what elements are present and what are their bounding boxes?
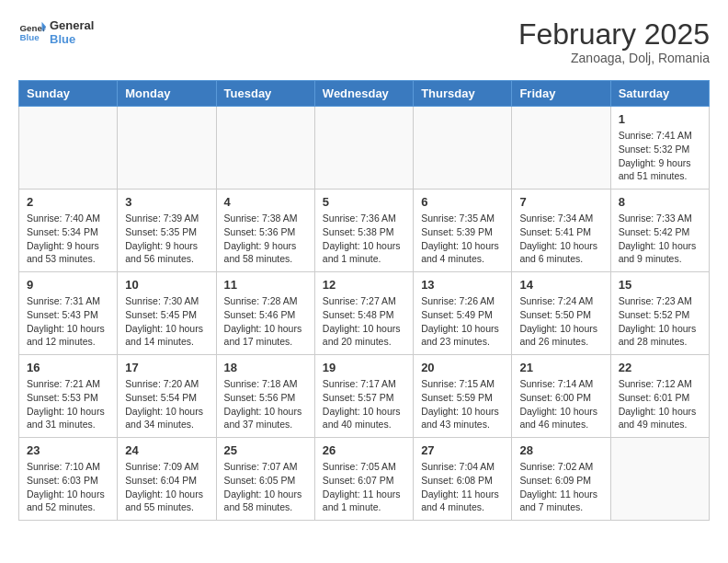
day-info: Sunrise: 7:30 AM Sunset: 5:45 PM Dayligh… — [125, 294, 208, 349]
calendar-cell: 6Sunrise: 7:35 AM Sunset: 5:39 PM Daylig… — [414, 190, 512, 272]
week-row-5: 23Sunrise: 7:10 AM Sunset: 6:03 PM Dayli… — [19, 438, 710, 521]
location-subtitle: Zanoaga, Dolj, Romania — [518, 51, 710, 65]
day-number: 10 — [125, 278, 208, 292]
day-number: 28 — [519, 443, 602, 457]
day-number: 9 — [27, 278, 109, 292]
day-number: 5 — [323, 195, 405, 209]
day-number: 2 — [27, 195, 109, 209]
calendar-cell: 11Sunrise: 7:28 AM Sunset: 5:46 PM Dayli… — [216, 272, 314, 355]
title-block: February 2025 Zanoaga, Dolj, Romania — [518, 18, 710, 65]
calendar-cell — [314, 107, 413, 190]
day-number: 12 — [323, 278, 405, 292]
day-info: Sunrise: 7:02 AM Sunset: 6:09 PM Dayligh… — [519, 460, 602, 514]
day-info: Sunrise: 7:27 AM Sunset: 5:48 PM Dayligh… — [323, 294, 405, 349]
day-number: 8 — [619, 195, 701, 209]
day-info: Sunrise: 7:09 AM Sunset: 6:04 PM Dayligh… — [125, 460, 208, 514]
calendar-cell: 16Sunrise: 7:21 AM Sunset: 5:53 PM Dayli… — [19, 355, 118, 438]
day-info: Sunrise: 7:23 AM Sunset: 5:52 PM Dayligh… — [619, 294, 701, 349]
day-info: Sunrise: 7:21 AM Sunset: 5:53 PM Dayligh… — [27, 377, 109, 431]
day-info: Sunrise: 7:04 AM Sunset: 6:08 PM Dayligh… — [421, 460, 504, 514]
day-info: Sunrise: 7:28 AM Sunset: 5:46 PM Dayligh… — [224, 294, 307, 349]
calendar-cell — [118, 107, 216, 190]
day-info: Sunrise: 7:07 AM Sunset: 6:05 PM Dayligh… — [224, 460, 307, 514]
day-number: 6 — [421, 195, 504, 209]
calendar-cell: 26Sunrise: 7:05 AM Sunset: 6:07 PM Dayli… — [314, 438, 413, 521]
day-info: Sunrise: 7:26 AM Sunset: 5:49 PM Dayligh… — [421, 294, 504, 349]
day-number: 11 — [224, 278, 307, 292]
calendar-cell: 13Sunrise: 7:26 AM Sunset: 5:49 PM Dayli… — [414, 272, 512, 355]
day-info: Sunrise: 7:35 AM Sunset: 5:39 PM Dayligh… — [421, 212, 504, 266]
week-row-3: 9Sunrise: 7:31 AM Sunset: 5:43 PM Daylig… — [19, 272, 710, 355]
calendar-cell: 5Sunrise: 7:36 AM Sunset: 5:38 PM Daylig… — [314, 190, 413, 272]
day-info: Sunrise: 7:05 AM Sunset: 6:07 PM Dayligh… — [323, 460, 405, 514]
calendar-cell: 21Sunrise: 7:14 AM Sunset: 6:00 PM Dayli… — [512, 355, 610, 438]
calendar-cell: 10Sunrise: 7:30 AM Sunset: 5:45 PM Dayli… — [118, 272, 216, 355]
day-number: 19 — [323, 361, 405, 374]
week-row-4: 16Sunrise: 7:21 AM Sunset: 5:53 PM Dayli… — [19, 355, 710, 438]
calendar-body: 1Sunrise: 7:41 AM Sunset: 5:32 PM Daylig… — [19, 107, 710, 521]
calendar-cell — [216, 107, 314, 190]
weekday-header-row: SundayMondayTuesdayWednesdayThursdayFrid… — [19, 81, 710, 107]
day-info: Sunrise: 7:36 AM Sunset: 5:38 PM Dayligh… — [323, 212, 405, 266]
calendar-cell: 22Sunrise: 7:12 AM Sunset: 6:01 PM Dayli… — [610, 355, 709, 438]
weekday-header-monday: Monday — [118, 81, 216, 107]
day-number: 7 — [519, 195, 602, 209]
weekday-header-wednesday: Wednesday — [314, 81, 413, 107]
day-number: 25 — [224, 443, 307, 457]
day-info: Sunrise: 7:10 AM Sunset: 6:03 PM Dayligh… — [27, 460, 109, 514]
calendar-cell: 9Sunrise: 7:31 AM Sunset: 5:43 PM Daylig… — [19, 272, 118, 355]
weekday-header-tuesday: Tuesday — [216, 81, 314, 107]
calendar-header: SundayMondayTuesdayWednesdayThursdayFrid… — [19, 81, 710, 107]
calendar-cell: 3Sunrise: 7:39 AM Sunset: 5:35 PM Daylig… — [118, 190, 216, 272]
calendar-cell: 24Sunrise: 7:09 AM Sunset: 6:04 PM Dayli… — [118, 438, 216, 521]
weekday-header-friday: Friday — [512, 81, 610, 107]
calendar-cell — [414, 107, 512, 190]
calendar-cell: 17Sunrise: 7:20 AM Sunset: 5:54 PM Dayli… — [118, 355, 216, 438]
day-number: 18 — [224, 361, 307, 374]
day-number: 16 — [27, 361, 109, 374]
calendar-cell — [610, 438, 709, 521]
day-number: 22 — [619, 361, 701, 374]
month-title: February 2025 — [518, 18, 710, 51]
day-info: Sunrise: 7:18 AM Sunset: 5:56 PM Dayligh… — [224, 377, 307, 431]
weekday-header-thursday: Thursday — [414, 81, 512, 107]
day-number: 20 — [421, 361, 504, 374]
logo-icon: General Blue — [18, 18, 46, 46]
week-row-1: 1Sunrise: 7:41 AM Sunset: 5:32 PM Daylig… — [19, 107, 710, 190]
week-row-2: 2Sunrise: 7:40 AM Sunset: 5:34 PM Daylig… — [19, 190, 710, 272]
calendar-cell: 1Sunrise: 7:41 AM Sunset: 5:32 PM Daylig… — [610, 107, 709, 190]
day-info: Sunrise: 7:15 AM Sunset: 5:59 PM Dayligh… — [421, 377, 504, 431]
calendar-cell: 28Sunrise: 7:02 AM Sunset: 6:09 PM Dayli… — [512, 438, 610, 521]
day-info: Sunrise: 7:17 AM Sunset: 5:57 PM Dayligh… — [323, 377, 405, 431]
page-header: General Blue General Blue February 2025 … — [18, 18, 710, 65]
day-info: Sunrise: 7:39 AM Sunset: 5:35 PM Dayligh… — [125, 212, 208, 266]
day-number: 26 — [323, 443, 405, 457]
logo: General Blue General Blue — [18, 18, 94, 46]
day-number: 13 — [421, 278, 504, 292]
calendar-cell: 27Sunrise: 7:04 AM Sunset: 6:08 PM Dayli… — [414, 438, 512, 521]
day-info: Sunrise: 7:12 AM Sunset: 6:01 PM Dayligh… — [619, 377, 701, 431]
day-number: 3 — [125, 195, 208, 209]
logo-line1: General — [50, 18, 94, 32]
calendar-cell: 12Sunrise: 7:27 AM Sunset: 5:48 PM Dayli… — [314, 272, 413, 355]
day-number: 14 — [519, 278, 602, 292]
day-info: Sunrise: 7:40 AM Sunset: 5:34 PM Dayligh… — [27, 212, 109, 266]
day-info: Sunrise: 7:33 AM Sunset: 5:42 PM Dayligh… — [619, 212, 701, 266]
calendar-cell — [19, 107, 118, 190]
calendar-cell: 2Sunrise: 7:40 AM Sunset: 5:34 PM Daylig… — [19, 190, 118, 272]
day-number: 24 — [125, 443, 208, 457]
calendar-cell: 14Sunrise: 7:24 AM Sunset: 5:50 PM Dayli… — [512, 272, 610, 355]
day-number: 17 — [125, 361, 208, 374]
day-info: Sunrise: 7:14 AM Sunset: 6:00 PM Dayligh… — [519, 377, 602, 431]
day-info: Sunrise: 7:34 AM Sunset: 5:41 PM Dayligh… — [519, 212, 602, 266]
calendar-cell: 23Sunrise: 7:10 AM Sunset: 6:03 PM Dayli… — [19, 438, 118, 521]
weekday-header-sunday: Sunday — [19, 81, 118, 107]
svg-text:Blue: Blue — [20, 32, 40, 42]
day-number: 15 — [619, 278, 701, 292]
day-number: 23 — [27, 443, 109, 457]
weekday-header-saturday: Saturday — [610, 81, 709, 107]
calendar-cell: 19Sunrise: 7:17 AM Sunset: 5:57 PM Dayli… — [314, 355, 413, 438]
calendar-table: SundayMondayTuesdayWednesdayThursdayFrid… — [18, 80, 710, 521]
calendar-cell: 20Sunrise: 7:15 AM Sunset: 5:59 PM Dayli… — [414, 355, 512, 438]
day-number: 27 — [421, 443, 504, 457]
